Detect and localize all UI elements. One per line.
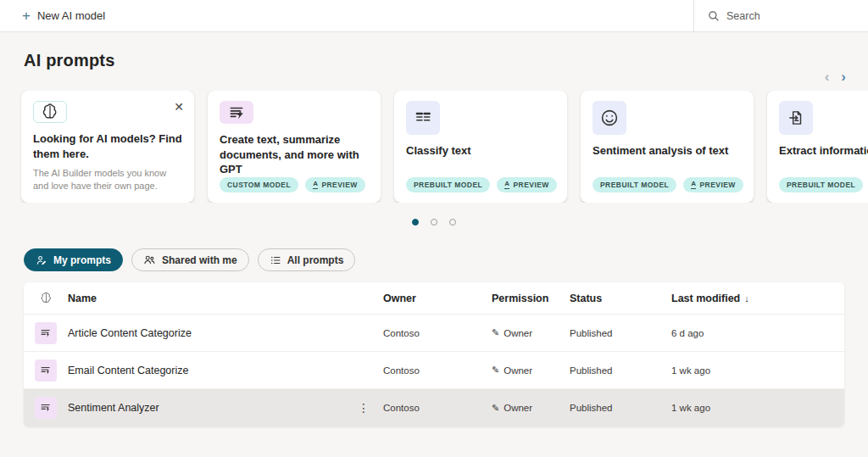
row-last-modified: 6 d ago: [671, 328, 844, 338]
table-row-article-content-categorize[interactable]: Article Content Categorize Contoso ✎ Own…: [24, 315, 844, 352]
row-name: Email Content Categorize: [68, 365, 383, 376]
table-row-email-content-categorize[interactable]: Email Content Categorize Contoso ✎ Owner…: [24, 352, 844, 389]
row-status: Published: [570, 365, 671, 376]
top-command-bar: + New AI model: [0, 0, 868, 32]
prompt-icon: [220, 101, 253, 124]
card-create-text-gpt[interactable]: Create text, summarize documents, and mo…: [208, 91, 381, 203]
pencil-icon: ✎: [492, 403, 499, 414]
card-description: The AI Builder models you know and love …: [33, 167, 182, 193]
row-last-modified: 1 wk ago: [671, 365, 844, 376]
people-icon: [143, 254, 156, 266]
header-status[interactable]: Status: [570, 293, 671, 304]
search-box[interactable]: [693, 0, 868, 31]
search-icon: [708, 10, 720, 22]
carousel-dots: [0, 219, 868, 226]
row-status: Published: [570, 328, 671, 338]
card-sentiment-analysis[interactable]: Sentiment analysis of text PREBUILT MODE…: [581, 91, 754, 203]
filter-all-prompts[interactable]: All prompts: [258, 248, 356, 271]
prompt-icon: [35, 322, 57, 344]
new-ai-model-button[interactable]: + New AI model: [0, 0, 127, 31]
ai-model-card-carousel: ✕ Looking for AI models? Find them here.…: [0, 91, 868, 203]
carousel-navigation: ‹ ›: [825, 70, 846, 84]
header-name[interactable]: Name: [68, 293, 383, 304]
filter-label: All prompts: [287, 254, 344, 266]
plus-icon: +: [22, 8, 31, 23]
card-title: Looking for AI models? Find them here.: [33, 131, 182, 161]
card-classify-text[interactable]: Classify text PREBUILT MODEL A PREVIEW: [394, 91, 567, 203]
prebuilt-model-badge: PREBUILT MODEL: [779, 177, 863, 192]
search-input[interactable]: [726, 10, 854, 22]
close-icon[interactable]: ✕: [174, 101, 184, 113]
preview-a-icon: A: [313, 181, 318, 188]
card-title: Classify text: [406, 143, 555, 159]
badge-row: PREBUILT MODEL A PREVIEW: [406, 177, 555, 192]
filter-my-prompts[interactable]: My prompts: [24, 248, 123, 271]
new-ai-model-label: New AI model: [37, 9, 105, 22]
preview-badge: A PREVIEW: [497, 177, 557, 192]
pencil-icon: ✎: [492, 365, 499, 376]
badge-row: CUSTOM MODEL A PREVIEW: [220, 177, 369, 192]
classify-icon: [406, 101, 440, 135]
sort-descending-icon: ↓: [744, 293, 749, 304]
card-title: Extract information: [779, 143, 868, 159]
preview-a-icon: A: [504, 181, 509, 188]
row-name: Sentiment Analyzer ⋮: [68, 400, 383, 415]
preview-a-icon: A: [691, 181, 696, 188]
badge-row: PREBUILT MODEL: [779, 177, 868, 192]
row-owner: Contoso: [383, 328, 492, 338]
card-title: Create text, summarize documents, and mo…: [220, 132, 369, 177]
row-permission: ✎ Owner: [492, 327, 570, 338]
header-owner[interactable]: Owner: [383, 293, 492, 304]
prebuilt-model-badge: PREBUILT MODEL: [593, 177, 676, 192]
table-row-sentiment-analyzer[interactable]: Sentiment Analyzer ⋮ Contoso ✎ Owner Pub…: [24, 389, 844, 426]
preview-badge: A PREVIEW: [683, 177, 743, 192]
list-icon: [270, 254, 281, 266]
table-header-row: Name Owner Permission Status Last modifi…: [24, 282, 844, 315]
card-extract-information[interactable]: Extract information PREBUILT MODEL: [767, 91, 868, 203]
prompts-table: Name Owner Permission Status Last modifi…: [24, 282, 844, 426]
filter-label: My prompts: [53, 254, 111, 266]
prompt-filter-pills: My prompts Shared with me All prompts: [24, 248, 868, 271]
smiley-icon: [593, 101, 626, 135]
preview-badge: A PREVIEW: [305, 177, 365, 192]
filter-shared-with-me[interactable]: Shared with me: [131, 248, 249, 271]
carousel-dot-2[interactable]: [431, 219, 437, 226]
chevron-right-icon[interactable]: ›: [841, 70, 846, 84]
row-name: Article Content Categorize: [68, 327, 383, 339]
row-permission: ✎ Owner: [492, 403, 570, 414]
row-owner: Contoso: [383, 365, 492, 376]
custom-model-badge: CUSTOM MODEL: [220, 177, 298, 192]
card-title: Sentiment analysis of text: [593, 143, 742, 159]
card-find-ai-models[interactable]: ✕ Looking for AI models? Find them here.…: [21, 91, 194, 203]
chevron-left-icon[interactable]: ‹: [825, 70, 830, 84]
badge-row: PREBUILT MODEL A PREVIEW: [593, 177, 742, 192]
document-icon: [779, 101, 813, 135]
prompt-icon: [35, 397, 57, 419]
model-type-column-icon: [24, 291, 68, 305]
carousel-dot-3[interactable]: [449, 219, 456, 226]
prebuilt-model-badge: PREBUILT MODEL: [406, 177, 490, 192]
row-status: Published: [570, 403, 671, 413]
row-last-modified: 1 wk ago: [671, 403, 844, 413]
header-last-modified[interactable]: Last modified ↓: [671, 293, 844, 304]
row-permission: ✎ Owner: [492, 365, 570, 376]
brain-icon: [33, 101, 67, 123]
filter-label: Shared with me: [162, 254, 237, 266]
prompt-icon: [35, 359, 57, 382]
pencil-icon: ✎: [492, 327, 499, 338]
page-title: AI prompts: [24, 51, 868, 70]
carousel-dot-1[interactable]: [412, 219, 419, 226]
header-permission[interactable]: Permission: [492, 293, 570, 304]
person-edit-icon: [36, 254, 47, 266]
more-options-icon[interactable]: ⋮: [353, 400, 375, 415]
row-owner: Contoso: [383, 403, 492, 413]
